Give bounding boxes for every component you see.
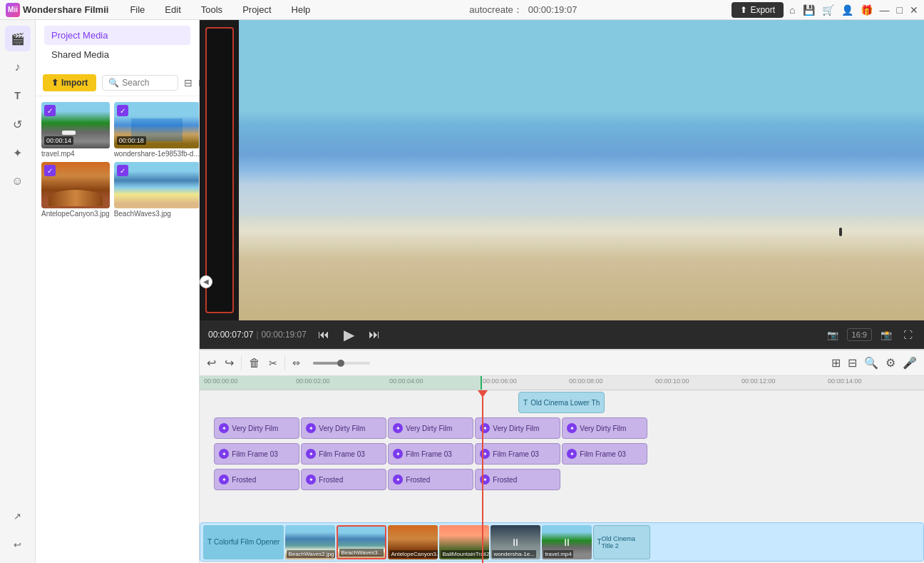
- save-icon[interactable]: 💾: [803, 4, 815, 16]
- effect-clip[interactable]: ✦ Very Dirty Film: [214, 417, 299, 439]
- screenshot-button[interactable]: 📸: [878, 328, 895, 342]
- clip-name: BeachWaves3...: [339, 549, 384, 557]
- sidebar-media-icon[interactable]: 🎬: [5, 26, 31, 51]
- main-clip-travel[interactable]: travel.mp4 ⏸: [542, 525, 592, 559]
- sidebar-undo-icon[interactable]: ↩: [5, 532, 31, 557]
- effect-icon: ✦: [567, 423, 577, 433]
- timeline-settings-button[interactable]: ⚙: [884, 355, 897, 371]
- effect-icon: ✦: [306, 423, 316, 433]
- effect-icon: ✦: [567, 449, 577, 459]
- close-icon[interactable]: ✕: [910, 4, 918, 16]
- menu-right: ⬆ Export ⌂ 💾 🛒 👤 🎁 — □ ✕: [732, 2, 918, 18]
- timeline-audio-button[interactable]: 🎤: [901, 355, 918, 371]
- undo-button[interactable]: ↩: [205, 355, 217, 371]
- user-icon[interactable]: 👤: [841, 4, 853, 16]
- timeline-view-button[interactable]: ⊞: [830, 355, 842, 371]
- menu-tools[interactable]: Tools: [197, 3, 227, 16]
- sidebar-emoji-icon[interactable]: ☺: [5, 168, 31, 194]
- timeline-split-view-button[interactable]: ⊟: [846, 355, 858, 371]
- maximize-icon[interactable]: □: [897, 4, 903, 16]
- menu-project[interactable]: Project: [238, 3, 275, 16]
- playhead-head: [478, 390, 488, 397]
- camera-mode-button[interactable]: 📷: [824, 328, 841, 342]
- title-clip[interactable]: T Old Cinema Lower Th: [518, 392, 605, 413]
- effect-clip[interactable]: ✦ Very Dirty Film: [475, 417, 560, 439]
- effect-clip[interactable]: ✦ Film Frame 03: [562, 443, 647, 465]
- project-media-nav[interactable]: Project Media: [44, 26, 190, 45]
- effect-icon: ✦: [219, 449, 229, 459]
- menu-file[interactable]: File: [125, 3, 149, 16]
- menu-edit[interactable]: Edit: [160, 3, 185, 16]
- main-clip-beach3[interactable]: BeachWaves3...: [337, 525, 386, 559]
- search-input[interactable]: [122, 78, 172, 88]
- shared-media-nav[interactable]: Shared Media: [44, 45, 190, 64]
- panel-collapse-button[interactable]: ◀: [200, 275, 212, 288]
- media-duration: 00:00:18: [117, 136, 146, 145]
- effect-label: Very Dirty Film: [493, 425, 539, 432]
- media-item[interactable]: ✓ BeachWaves3.jpg: [114, 162, 199, 218]
- gift-icon[interactable]: 🎁: [861, 4, 873, 16]
- effect-clip[interactable]: ✦ Frosted: [475, 469, 560, 490]
- split-button[interactable]: ⇔: [291, 356, 302, 370]
- skip-forward-button[interactable]: ⏭: [366, 327, 383, 343]
- sidebar-audio-icon[interactable]: ♪: [5, 54, 31, 80]
- end-title-clip[interactable]: T Old Cinema Title 2: [593, 525, 650, 559]
- sidebar-export-icon[interactable]: ↗: [5, 503, 31, 529]
- menu-bar: Mii Wondershare Filmii File Edit Tools P…: [0, 0, 924, 20]
- zoom-thumb[interactable]: [337, 360, 344, 367]
- effect-clip[interactable]: ✦ Film Frame 03: [214, 443, 299, 465]
- pause-icon: ⏸: [562, 537, 572, 548]
- film-overlay: [239, 20, 924, 320]
- ruler-mark: 00:00:14:00: [828, 377, 862, 385]
- total-time: 00:00:19:07: [262, 330, 307, 340]
- effect-clip[interactable]: ✦ Frosted: [388, 469, 473, 490]
- sidebar-stickers-icon[interactable]: ✦: [5, 140, 31, 166]
- redo-button[interactable]: ↪: [223, 355, 235, 371]
- search-box[interactable]: 🔍: [102, 75, 178, 91]
- zoom-slider[interactable]: [313, 362, 370, 365]
- fullscreen-button[interactable]: ⛶: [900, 328, 915, 342]
- time-display: 00:00:07:07 | 00:00:19:07: [208, 330, 307, 340]
- delete-button[interactable]: 🗑: [247, 355, 262, 371]
- sidebar-effects-icon[interactable]: ↺: [5, 111, 31, 137]
- main-clip-wondershare[interactable]: wondersha-1e... ⏸: [491, 525, 540, 559]
- media-item[interactable]: ✓ 00:00:14 travel.mp4: [41, 102, 110, 158]
- main-clip-beach2[interactable]: BeachWaves2.jpg: [285, 525, 335, 559]
- main-clip-antelope[interactable]: AntelopeCanyon3.jpg: [388, 525, 438, 559]
- effect-label: Very Dirty Film: [319, 425, 365, 432]
- effect-label: Frosted: [406, 476, 430, 484]
- menu-help[interactable]: Help: [287, 3, 315, 16]
- media-filename: AntelopeCanyon3.jpg: [41, 210, 110, 218]
- zoom-track: [313, 362, 370, 365]
- effect-clip[interactable]: ✦ Very Dirty Film: [301, 417, 386, 439]
- effect-clip[interactable]: ✦ Frosted: [214, 469, 299, 490]
- ruler-mark: 00:00:10:00: [655, 377, 689, 385]
- timeline-zoom-button[interactable]: 🔍: [863, 355, 880, 371]
- minimize-icon[interactable]: —: [880, 4, 890, 16]
- export-button[interactable]: ⬆ Export: [732, 2, 784, 18]
- title-track: T Old Cinema Lower Th: [518, 392, 605, 415]
- filter-icon[interactable]: ⊟: [184, 77, 192, 88]
- play-button[interactable]: ▶: [341, 325, 357, 345]
- media-item[interactable]: ✓ AntelopeCanyon3.jpg: [41, 162, 110, 218]
- cart-icon[interactable]: 🛒: [822, 4, 834, 16]
- effect-icon: ✦: [393, 449, 403, 459]
- effect-clip[interactable]: ✦ Film Frame 03: [475, 443, 560, 465]
- effect-clip[interactable]: ✦ Very Dirty Film: [388, 417, 473, 439]
- effect-clip[interactable]: ✦ Frosted: [301, 469, 386, 490]
- aspect-ratio-button[interactable]: 16:9: [847, 328, 872, 341]
- sidebar-text-icon[interactable]: T: [5, 83, 31, 108]
- import-button[interactable]: ⬆ Import: [43, 74, 96, 91]
- effect-clip[interactable]: ✦ Film Frame 03: [388, 443, 473, 465]
- media-item[interactable]: ✓ 00:00:18 wondershare-1e9853fb-d...: [114, 102, 199, 158]
- effect-clip[interactable]: ✦ Very Dirty Film: [562, 417, 647, 439]
- skip-back-button[interactable]: ⏮: [315, 327, 332, 343]
- home-icon[interactable]: ⌂: [789, 4, 795, 16]
- effect-clip[interactable]: ✦ Film Frame 03: [301, 443, 386, 465]
- effect-label: Film Frame 03: [406, 450, 451, 458]
- main-track-label[interactable]: T Colorful Film Opener: [203, 525, 284, 559]
- effect-icon: ✦: [306, 475, 316, 485]
- preview-content: [200, 20, 924, 320]
- cut-button[interactable]: ✂: [267, 356, 279, 370]
- effect-label: Frosted: [493, 476, 517, 484]
